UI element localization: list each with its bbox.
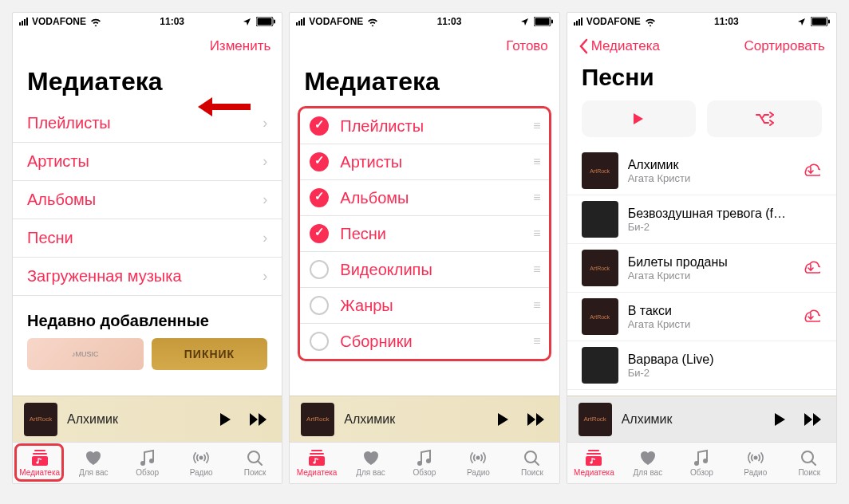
svg-point-20: [476, 456, 480, 460]
checkbox[interactable]: [310, 224, 329, 243]
checkbox[interactable]: [310, 260, 329, 279]
reorder-handle-icon[interactable]: ≡: [533, 226, 539, 241]
chevron-right-icon: ›: [263, 191, 267, 208]
library-row[interactable]: Плейлисты›: [13, 104, 282, 143]
now-playing-bar[interactable]: ArtRock Алхимик: [290, 396, 559, 442]
clock-label: 11:03: [160, 16, 184, 27]
tab-search[interactable]: Поиск: [228, 443, 282, 483]
tab-radio[interactable]: Радио: [174, 443, 227, 483]
checkbox[interactable]: [310, 152, 329, 171]
song-info: АлхимикАгата Кристи: [628, 158, 792, 184]
carrier-label: VODAFONE: [309, 16, 363, 27]
sort-button[interactable]: Сортировать: [744, 38, 825, 54]
checkbox[interactable]: [310, 296, 329, 315]
edit-row[interactable]: Песни≡: [300, 216, 548, 252]
reorder-handle-icon[interactable]: ≡: [533, 298, 539, 313]
screen-edit-library: VODAFONE 11:03 Готово Медиатека Плейлист…: [289, 12, 559, 484]
edit-row[interactable]: Видеоклипы≡: [300, 252, 548, 288]
song-title: Билеты проданы: [628, 255, 792, 270]
search-icon: [800, 449, 819, 467]
cloud-download-icon[interactable]: [801, 307, 822, 326]
tab-note[interactable]: Обзор: [120, 443, 174, 483]
battery-icon: [534, 17, 553, 26]
done-button[interactable]: Готово: [506, 38, 548, 54]
nav-bar: Изменить: [13, 30, 282, 62]
carrier-label: VODAFONE: [586, 16, 641, 27]
tab-search[interactable]: Поиск: [783, 443, 836, 483]
edit-row[interactable]: Альбомы≡: [300, 180, 548, 216]
screen-library: VODAFONE 11:03 Изменить Медиатека Плейли…: [12, 12, 282, 484]
checkbox[interactable]: [310, 188, 329, 207]
cloud-download-icon[interactable]: [801, 258, 822, 278]
edit-row[interactable]: Артисты≡: [300, 144, 548, 180]
library-icon: [307, 449, 326, 467]
status-bar: VODAFONE 11:03: [290, 13, 559, 30]
song-row[interactable]: ArtRockАлхимикАгата Кристи: [567, 147, 836, 195]
tab-label: Радио: [744, 468, 767, 477]
next-button[interactable]: [247, 408, 270, 431]
nav-bar: Медиатека Сортировать: [567, 30, 836, 62]
tab-heart[interactable]: Для вас: [344, 443, 397, 483]
reorder-handle-icon[interactable]: ≡: [533, 334, 539, 348]
edit-row[interactable]: Жанры≡: [300, 288, 548, 324]
song-row[interactable]: ArtRockВ таксиАгата Кристи: [567, 293, 836, 341]
back-button[interactable]: Медиатека: [579, 38, 660, 54]
song-artwork: ArtRock: [582, 298, 618, 335]
cloud-download-icon[interactable]: [801, 161, 822, 180]
play-button[interactable]: [213, 408, 237, 431]
tab-library[interactable]: Медиатека: [567, 443, 621, 483]
row-label: Альбомы: [27, 191, 263, 209]
tab-radio[interactable]: Радио: [729, 443, 782, 483]
tab-library[interactable]: Медиатека: [290, 443, 343, 483]
svg-point-7: [140, 461, 145, 466]
reorder-handle-icon[interactable]: ≡: [533, 119, 539, 133]
song-artwork: [582, 201, 618, 238]
library-row[interactable]: Артисты›: [13, 143, 282, 181]
tab-search[interactable]: Поиск: [505, 443, 559, 483]
shuffle-button[interactable]: [707, 100, 822, 137]
library-row[interactable]: Песни›: [13, 219, 282, 258]
play-all-button[interactable]: [582, 100, 697, 137]
tab-radio[interactable]: Радио: [452, 443, 505, 483]
library-row[interactable]: Альбомы›: [13, 181, 282, 219]
row-label: Песни: [340, 225, 533, 243]
next-button[interactable]: [801, 408, 825, 431]
recently-added-header: Недавно добавленные: [13, 296, 282, 338]
checkbox[interactable]: [310, 116, 329, 136]
song-row[interactable]: Варвара (Live)Би-2: [567, 341, 836, 390]
library-row[interactable]: Загруженная музыка›: [13, 258, 282, 296]
tab-label: Медиатека: [574, 468, 614, 477]
play-button[interactable]: [491, 408, 515, 431]
row-label: Загруженная музыка: [27, 267, 263, 285]
now-playing-bar[interactable]: ArtRock Алхимик: [13, 396, 282, 442]
tab-note[interactable]: Обзор: [397, 443, 451, 483]
search-icon: [246, 449, 265, 467]
tab-library[interactable]: Медиатека: [13, 443, 66, 483]
song-artist: Би-2: [628, 221, 792, 233]
tab-note[interactable]: Обзор: [675, 443, 729, 483]
row-label: Сборники: [340, 333, 533, 351]
edit-row[interactable]: Плейлисты≡: [300, 108, 548, 144]
edit-row[interactable]: Сборники≡: [300, 324, 548, 359]
album-artwork[interactable]: ПИКНИК: [152, 338, 268, 370]
now-playing-bar[interactable]: ArtRock Алхимик: [567, 396, 836, 442]
album-artwork[interactable]: ♪MUSIC: [27, 338, 144, 370]
next-button[interactable]: [524, 408, 548, 431]
reorder-handle-icon[interactable]: ≡: [533, 262, 539, 277]
song-info: Варвара (Live)Би-2: [628, 352, 792, 379]
svg-rect-15: [310, 453, 324, 455]
edit-button[interactable]: Изменить: [210, 38, 271, 54]
tab-heart[interactable]: Для вас: [621, 443, 674, 483]
song-row[interactable]: Безвоздушная тревога (fe…Би-2: [567, 195, 836, 244]
tab-heart[interactable]: Для вас: [66, 443, 120, 483]
play-button[interactable]: [768, 408, 792, 431]
svg-rect-26: [586, 453, 601, 455]
tab-label: Радио: [190, 468, 213, 477]
reorder-handle-icon[interactable]: ≡: [533, 155, 539, 169]
reorder-handle-icon[interactable]: ≡: [533, 191, 539, 205]
heart-icon: [84, 449, 103, 467]
song-row[interactable]: ArtRockБилеты проданыАгата Кристи: [567, 244, 836, 293]
svg-point-30: [703, 459, 708, 463]
checkbox[interactable]: [310, 332, 329, 351]
page-title: Медиатека: [13, 62, 282, 104]
